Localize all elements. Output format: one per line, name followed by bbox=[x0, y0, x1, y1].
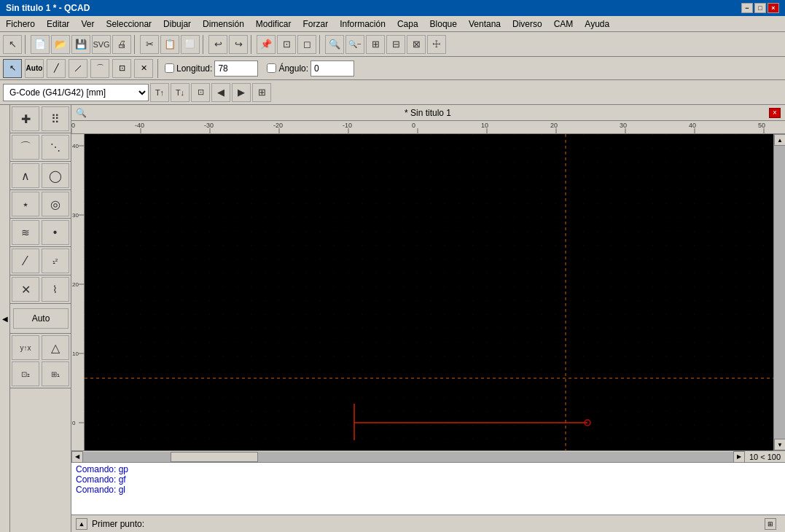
status-expand-btn[interactable]: ▲ bbox=[76, 518, 87, 530]
close-button[interactable]: × bbox=[768, 3, 779, 13]
menu-item-ayuda[interactable]: Ayuda bbox=[579, 17, 615, 31]
open-file-btn[interactable]: 📂 bbox=[51, 35, 70, 54]
menu-item-diverso[interactable]: Diverso bbox=[507, 17, 548, 31]
auto-button[interactable]: Auto bbox=[13, 308, 69, 329]
tool-angle-disp[interactable]: △ bbox=[42, 335, 69, 360]
cam-btn2[interactable]: T↓ bbox=[171, 83, 190, 102]
tool-point[interactable]: • bbox=[42, 220, 69, 245]
collapse-panel-btn[interactable]: ◀ bbox=[0, 105, 10, 532]
copy-btn[interactable]: 📋 bbox=[160, 35, 179, 54]
tool-wave[interactable]: ≋ bbox=[12, 220, 39, 245]
snap-auto-btn[interactable]: Auto bbox=[25, 59, 44, 78]
tool-star[interactable]: ⋆ bbox=[12, 192, 39, 216]
longitud-input[interactable] bbox=[214, 60, 258, 77]
new-file-btn[interactable]: 📄 bbox=[31, 35, 50, 54]
hscroll-thumb[interactable] bbox=[171, 452, 258, 462]
status-right-btn[interactable]: ⊞ bbox=[765, 518, 776, 530]
tool-arc[interactable]: ⌒ bbox=[12, 135, 39, 160]
tool-dots[interactable]: ⋱ bbox=[42, 135, 69, 160]
tool-coord[interactable]: y↑x bbox=[12, 335, 39, 360]
svg-text:40: 40 bbox=[72, 143, 79, 149]
menu-item-dimensión[interactable]: Dimensión bbox=[197, 17, 250, 31]
tool-grid-1: ✚ ⠿ bbox=[12, 106, 69, 131]
sep4 bbox=[251, 35, 254, 54]
pointer-btn[interactable]: ↖ bbox=[3, 35, 22, 54]
menu-item-forzar[interactable]: Forzar bbox=[297, 17, 335, 31]
undo-btn[interactable]: ↩ bbox=[208, 35, 227, 54]
angulo-checkbox[interactable] bbox=[267, 63, 276, 73]
scrollbar-right[interactable]: ▲ ▼ bbox=[773, 134, 785, 450]
scroll-right-btn[interactable]: ▶ bbox=[733, 451, 745, 463]
window-buttons: − □ × bbox=[741, 3, 779, 13]
menu-item-editar[interactable]: Editar bbox=[41, 17, 75, 31]
snap-dots-btn[interactable]: ⊡ bbox=[112, 59, 131, 78]
scroll-left-btn[interactable]: ◀ bbox=[71, 451, 83, 463]
maximize-button[interactable]: □ bbox=[754, 3, 766, 13]
scroll-up-btn[interactable]: ▲ bbox=[774, 134, 785, 146]
cam-btn4[interactable]: ◀ bbox=[211, 83, 230, 102]
zoom-out-btn[interactable]: 🔍− bbox=[345, 35, 364, 54]
menu-item-seleccionar[interactable]: Seleccionar bbox=[100, 17, 157, 31]
snap-free-btn[interactable]: ↖ bbox=[3, 59, 22, 78]
paste-btn[interactable]: ⬜ bbox=[181, 35, 200, 54]
scroll-down-btn[interactable]: ▼ bbox=[774, 439, 785, 450]
tool-slash[interactable]: ⁄ bbox=[12, 249, 39, 273]
cam-btn3[interactable]: ⊡ bbox=[191, 83, 210, 102]
drawing-canvas[interactable] bbox=[85, 134, 773, 450]
menu-item-información[interactable]: Información bbox=[334, 17, 391, 31]
cam-btn1[interactable]: T↑ bbox=[150, 83, 169, 102]
pan-btn[interactable]: ☩ bbox=[427, 35, 446, 54]
cam-select[interactable]: G-Code (G41/G42) [mm] G-Code (G41/G42) [… bbox=[3, 84, 149, 101]
draw-rect-btn[interactable]: ◻ bbox=[297, 35, 316, 54]
tool-circle[interactable]: ◯ bbox=[42, 163, 69, 188]
tool-add[interactable]: ✚ bbox=[12, 106, 39, 131]
menu-item-modificar[interactable]: Modificar bbox=[250, 17, 297, 31]
menu-item-ver[interactable]: Ver bbox=[75, 17, 100, 31]
tool-angle[interactable]: ∧ bbox=[12, 163, 39, 188]
menu-item-dibujar[interactable]: Dibujar bbox=[157, 17, 197, 31]
pin-btn[interactable]: 📌 bbox=[257, 35, 276, 54]
svg-text:-20: -20 bbox=[273, 122, 283, 129]
tool-snap2[interactable]: ⊞₁ bbox=[42, 361, 69, 386]
save-as-btn[interactable]: SVG bbox=[92, 35, 111, 54]
cut-btn[interactable]: ✂ bbox=[140, 35, 159, 54]
drawing-close-btn[interactable]: × bbox=[769, 108, 781, 118]
tool-section-1: ✚ ⠿ bbox=[10, 105, 71, 133]
zoom-fit-btn[interactable]: ⊞ bbox=[366, 35, 385, 54]
tool-snap1[interactable]: ⊡₂ bbox=[12, 361, 39, 386]
angulo-input[interactable] bbox=[311, 60, 354, 77]
zoom-in-btn[interactable]: 🔍 bbox=[325, 35, 344, 54]
drawing-titlebar: 🔍 * Sin titulo 1 × bbox=[71, 105, 785, 121]
longitud-row: Longitud: bbox=[165, 60, 258, 77]
menu-item-fichero[interactable]: Fichero bbox=[0, 17, 41, 31]
title-text: Sin titulo 1 * - QCAD bbox=[6, 3, 90, 13]
select-all-btn[interactable]: ⊡ bbox=[277, 35, 296, 54]
menu-item-cam[interactable]: CAM bbox=[548, 17, 579, 31]
svg-text:-30: -30 bbox=[204, 122, 214, 129]
snap-line2-btn[interactable]: ⟋ bbox=[69, 59, 87, 78]
snap-cross-btn[interactable]: ✕ bbox=[134, 59, 153, 78]
zoom-prev-btn[interactable]: ⊠ bbox=[407, 35, 426, 54]
menu-item-ventana[interactable]: Ventana bbox=[463, 17, 507, 31]
redo-btn[interactable]: ↪ bbox=[229, 35, 248, 54]
snap-line-btn[interactable]: ╱ bbox=[47, 59, 66, 78]
svg-text:30: 30 bbox=[72, 212, 79, 219]
zoom-window-btn[interactable]: ⊟ bbox=[386, 35, 405, 54]
tool-number[interactable]: ₁² bbox=[42, 249, 69, 273]
print-btn[interactable]: 🖨 bbox=[112, 35, 131, 54]
scrollbar-bottom[interactable]: ◀ ▶ 10 < 100 bbox=[71, 450, 785, 462]
menu-item-bloque[interactable]: Bloque bbox=[424, 17, 463, 31]
save-file-btn[interactable]: 💾 bbox=[71, 35, 90, 54]
minimize-button[interactable]: − bbox=[741, 3, 753, 13]
tool-grid[interactable]: ⠿ bbox=[42, 106, 69, 131]
menu-item-capa[interactable]: Capa bbox=[391, 17, 424, 31]
longitud-checkbox[interactable] bbox=[165, 63, 174, 73]
cam-btn6[interactable]: ⊞ bbox=[252, 83, 271, 102]
cam-btn5[interactable]: ▶ bbox=[232, 83, 251, 102]
tool-concentric[interactable]: ◎ bbox=[42, 192, 69, 216]
snap-arc-btn[interactable]: ⌒ bbox=[90, 59, 109, 78]
command-line-3: Comando: gl bbox=[76, 485, 781, 495]
tool-cross[interactable]: ✕ bbox=[12, 277, 39, 302]
tool-zigzag[interactable]: ⌇ bbox=[42, 277, 69, 302]
main-area: ◀ ✚ ⠿ ⌒ ⋱ ∧ ◯ ⋆ ◎ bbox=[0, 105, 785, 532]
